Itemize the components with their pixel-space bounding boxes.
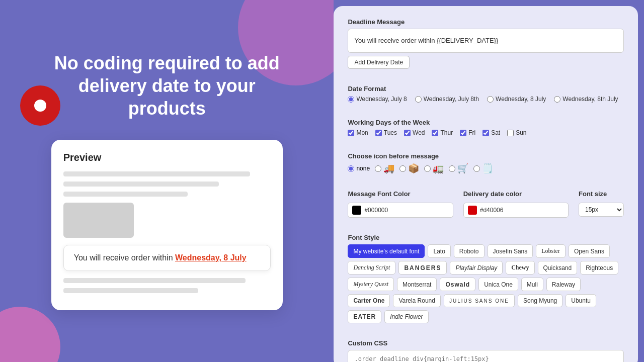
message-font-color-label: Message Font Color <box>348 190 453 198</box>
checkbox-mon[interactable] <box>348 130 354 136</box>
day-sat[interactable]: Sat <box>482 129 500 136</box>
red-circle-inner <box>34 100 46 112</box>
decorative-circle-bottom <box>0 307 60 362</box>
font-btn-roboto[interactable]: Roboto <box>454 244 485 258</box>
day-fri[interactable]: Fri <box>460 129 475 136</box>
font-btn-josefin[interactable]: Josefin Sans <box>488 244 533 258</box>
checkbox-sat[interactable] <box>482 130 489 136</box>
date-format-radio-group: Wednesday, July 8 Wednesday, July 8th We… <box>348 96 624 103</box>
day-thur[interactable]: Thur <box>432 129 453 136</box>
delivery-date-color-value: #d40006 <box>480 207 504 214</box>
day-mon[interactable]: Mon <box>348 129 368 136</box>
preview-line-3 <box>63 192 188 197</box>
date-format-option-1[interactable]: Wednesday, July 8 <box>348 96 407 103</box>
date-format-radio-1[interactable] <box>348 96 354 103</box>
deadline-message-value: You will receive order within {{DELIVERY… <box>354 36 498 45</box>
font-btn-dancing[interactable]: Dancing Script <box>348 261 395 275</box>
add-delivery-date-button[interactable]: Add Delivery Date <box>348 56 410 69</box>
right-panel: Deadline Message You will receive order … <box>334 6 638 362</box>
checkbox-wed[interactable] <box>404 130 411 136</box>
icon-cart[interactable]: 🛒 <box>449 163 468 174</box>
font-btn-lobster[interactable]: Lobster <box>536 244 566 258</box>
preview-bottom-lines <box>63 278 271 293</box>
date-format-label: Date Format <box>348 85 624 93</box>
date-format-option-3[interactable]: Wednesday, 8 July <box>487 96 546 103</box>
font-btn-mystery[interactable]: Mystery Quest <box>348 278 394 291</box>
day-wed[interactable]: Wed <box>404 129 425 136</box>
font-btn-eater[interactable]: EATER <box>348 310 381 323</box>
font-btn-righteous[interactable]: Righteous <box>580 261 618 275</box>
date-format-radio-2[interactable] <box>415 96 422 103</box>
font-btn-unica[interactable]: Unica One <box>478 278 518 291</box>
font-btn-bangers[interactable]: BANGERS <box>398 261 447 275</box>
preview-lines <box>63 171 271 197</box>
font-btn-song[interactable]: Song Myung <box>518 294 562 307</box>
deadline-message-label: Deadline Message <box>348 18 624 26</box>
font-btn-opensans[interactable]: Open Sans <box>569 244 610 258</box>
font-size-group: Font size 15px 12px 14px 16px 18px 20px <box>579 190 624 217</box>
delivery-date-color-input[interactable]: #d40006 <box>463 203 569 218</box>
font-btn-indie[interactable]: Indie Flower <box>384 310 428 323</box>
font-btn-default[interactable]: My website's default font <box>348 244 425 258</box>
icon-radio-note[interactable] <box>473 165 480 172</box>
icon-radio-truck1[interactable] <box>375 165 381 172</box>
date-format-radio-4[interactable] <box>554 96 560 103</box>
font-btn-julius[interactable]: JULIUS SANS ONE <box>444 294 515 307</box>
font-btn-quicksand[interactable]: Quicksand <box>538 261 578 275</box>
font-btn-carter[interactable]: Carter One <box>348 294 390 307</box>
icon-none[interactable]: none <box>348 165 370 172</box>
message-font-color-group: Message Font Color #000000 <box>348 190 453 218</box>
delivery-date-color-group: Delivery date color #d40006 <box>463 190 569 218</box>
date-format-radio-3[interactable] <box>487 96 494 103</box>
icon-box[interactable]: 📦 <box>399 163 419 174</box>
checkbox-thur[interactable] <box>432 130 438 136</box>
checkbox-tues[interactable] <box>375 130 382 136</box>
day-tues[interactable]: Tues <box>375 129 397 136</box>
icon-truck1[interactable]: 🚚 <box>375 163 394 174</box>
red-record-icon <box>20 85 60 126</box>
checkbox-fri[interactable] <box>460 130 466 136</box>
font-btn-muli[interactable]: Muli <box>521 278 543 291</box>
preview-bottom-line-1 <box>63 278 246 283</box>
left-panel: No coding required to add delivery date … <box>0 0 334 362</box>
working-days-section: Working Days of the Week Mon Tues Wed Th… <box>348 119 624 136</box>
working-days-label: Working Days of the Week <box>348 119 624 126</box>
icon-radio-box[interactable] <box>399 165 406 172</box>
font-size-label: Font size <box>579 190 624 198</box>
preview-line-2 <box>63 182 219 187</box>
message-font-color-value: #000000 <box>364 207 388 214</box>
day-sun[interactable]: Sun <box>507 129 526 136</box>
icon-note[interactable]: 🗒️ <box>473 163 493 174</box>
message-font-color-swatch <box>352 206 361 215</box>
date-format-option-4[interactable]: Wednesday, 8th July <box>554 96 618 103</box>
checkbox-sun[interactable] <box>507 130 514 136</box>
font-btn-lato[interactable]: Lato <box>428 244 450 258</box>
icon-radio-none[interactable] <box>348 165 354 172</box>
font-btn-oswald[interactable]: Oswald <box>440 278 475 291</box>
date-format-section: Date Format Wednesday, July 8 Wednesday,… <box>348 85 624 103</box>
font-btn-raleway[interactable]: Raleway <box>546 278 581 291</box>
font-btn-ubuntu[interactable]: Ubuntu <box>566 294 596 307</box>
custom-css-label: Custom CSS <box>348 339 624 347</box>
date-format-option-2[interactable]: Wednesday, July 8th <box>415 96 479 103</box>
color-fontsize-row: Message Font Color #000000 Delivery date… <box>348 190 624 218</box>
deadline-message-input[interactable]: You will receive order within {{DELIVERY… <box>348 29 624 53</box>
font-size-select[interactable]: 15px 12px 14px 16px 18px 20px <box>579 203 624 217</box>
icon-radio-truck2[interactable] <box>424 165 431 172</box>
delivery-date-text: Wednesday, 8 July <box>175 253 247 262</box>
message-font-color-input[interactable]: #000000 <box>348 203 453 218</box>
deadline-message-section: Deadline Message You will receive order … <box>348 18 624 69</box>
font-buttons-grid: My website's default font Lato Roboto Jo… <box>348 244 624 323</box>
icon-radio-cart[interactable] <box>449 165 455 172</box>
font-btn-varela[interactable]: Varela Round <box>393 294 441 307</box>
preview-title: Preview <box>63 152 271 163</box>
font-style-section: Font Style My website's default font Lat… <box>348 234 624 323</box>
font-btn-playfair[interactable]: Playfair Display <box>450 261 503 275</box>
icon-truck2[interactable]: 🚛 <box>424 163 444 174</box>
font-btn-chewy[interactable]: Chewy <box>506 261 534 275</box>
font-style-label: Font Style <box>348 234 624 241</box>
working-days-checkbox-group: Mon Tues Wed Thur Fri Sat <box>348 129 624 136</box>
custom-css-section: Custom CSS <box>348 339 624 362</box>
font-btn-montserrat[interactable]: Montserrat <box>397 278 437 291</box>
custom-css-input[interactable] <box>348 350 624 362</box>
